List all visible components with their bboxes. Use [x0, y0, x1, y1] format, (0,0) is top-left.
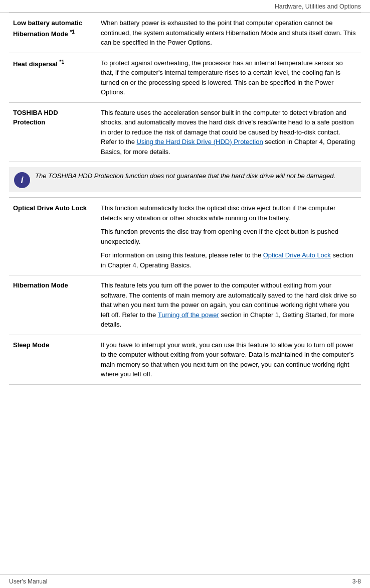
desc-heat-dispersal: To protect against overheating, the proc… — [101, 59, 343, 96]
desc-low-battery: When battery power is exhausted to the p… — [101, 19, 355, 46]
term-hdd-protection: TOSHIBA HDD Protection — [13, 109, 58, 126]
desc-cell: To protect against overheating, the proc… — [97, 53, 361, 102]
table-row: Hibernation Mode This feature lets you t… — [9, 275, 361, 335]
desc-optical-2: This function prevents the disc tray fro… — [101, 227, 357, 246]
term-cell: Sleep Mode — [9, 335, 97, 384]
header-title: Hardware, Utilities and Options — [275, 3, 361, 10]
info-icon: i — [14, 172, 30, 188]
term-cell: Optical Drive Auto Lock — [9, 198, 97, 275]
table-row: Optical Drive Auto Lock This function au… — [9, 198, 361, 275]
footer-left: User's Manual — [9, 578, 47, 585]
term-sleep-mode: Sleep Mode — [13, 341, 49, 349]
sup-1: *1 — [70, 29, 74, 35]
table-row: Low battery automatic Hibernation Mode *… — [9, 13, 361, 53]
sup-2: *1 — [60, 59, 64, 65]
term-cell: Low battery automatic Hibernation Mode *… — [9, 13, 97, 53]
term-hibernation-mode: Hibernation Mode — [13, 281, 68, 289]
desc-cell: This feature uses the acceleration senso… — [97, 102, 361, 162]
desc-optical-1: This function automatically locks the op… — [101, 204, 335, 222]
note-box: i The TOSHIBA HDD Protection function do… — [9, 167, 361, 192]
desc-optical-3: For information on using this feature, p… — [101, 250, 357, 270]
term-cell: Heat dispersal *1 — [9, 53, 97, 102]
desc-cell: This feature lets you turn off the power… — [97, 275, 361, 335]
footer-right: 3-8 — [352, 578, 361, 585]
page-header: Hardware, Utilities and Options — [0, 0, 370, 13]
desc-cell: This function automatically locks the op… — [97, 198, 361, 275]
table-row: Sleep Mode If you have to interrupt your… — [9, 335, 361, 384]
turning-off-link[interactable]: Turning off the power — [158, 311, 219, 319]
page-footer: User's Manual 3-8 — [0, 574, 370, 588]
table-row: Heat dispersal *1 To protect against ove… — [9, 53, 361, 102]
note-row: i The TOSHIBA HDD Protection function do… — [9, 162, 361, 198]
term-cell: Hibernation Mode — [9, 275, 97, 335]
desc-cell: When battery power is exhausted to the p… — [97, 13, 361, 53]
optical-drive-link[interactable]: Optical Drive Auto Lock — [263, 251, 331, 259]
term-cell: TOSHIBA HDD Protection — [9, 102, 97, 162]
hdd-protection-link[interactable]: Using the Hard Disk Drive (HDD) Protecti… — [137, 138, 263, 145]
desc-sleep-mode: If you have to interrupt your work, you … — [101, 341, 354, 378]
term-heat-dispersal: Heat dispersal *1 — [13, 60, 64, 68]
note-text: The TOSHIBA HDD Protection function does… — [35, 171, 335, 181]
term-low-battery: Low battery automatic Hibernation Mode *… — [13, 19, 82, 38]
term-optical-drive: Optical Drive Auto Lock — [13, 204, 87, 212]
desc-cell: If you have to interrupt your work, you … — [97, 335, 361, 384]
table-row: TOSHIBA HDD Protection This feature uses… — [9, 102, 361, 162]
